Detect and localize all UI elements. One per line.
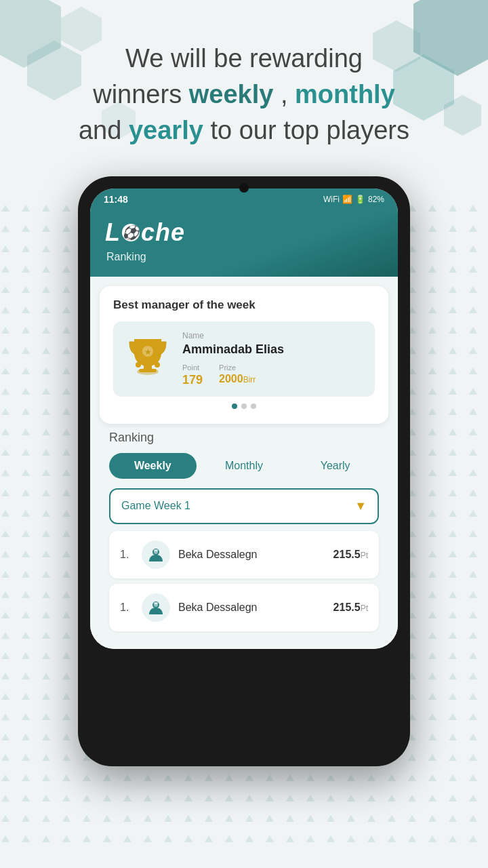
camera-notch: [239, 183, 249, 193]
logo-ball: [122, 224, 140, 241]
winner-name-label: Name: [182, 331, 364, 340]
status-time: 11:48: [104, 194, 128, 205]
battery-percent: 82%: [368, 195, 384, 204]
point-stat: Point 179: [182, 363, 203, 387]
tab-weekly[interactable]: Weekly: [109, 453, 197, 479]
prize-value: 2000Birr: [219, 373, 256, 385]
svg-rect-11: [154, 549, 158, 551]
app-logo: Lche: [105, 218, 383, 247]
dot-2: [251, 403, 256, 409]
winner-stats: Point 179 Prize 2000Birr: [182, 363, 364, 387]
svg-point-7: [136, 362, 141, 368]
svg-point-8: [155, 362, 160, 368]
winner-name: Amminadab Elias: [182, 342, 364, 357]
svg-rect-4: [139, 369, 157, 372]
header-monthly: monthly: [295, 80, 395, 108]
prize-label: Prize: [219, 363, 256, 372]
player-name-2: Beka Dessalegn: [178, 601, 325, 614]
player-points-1: 215.5Pt: [333, 549, 368, 561]
player-avatar-1: [142, 540, 170, 569]
header-line1: We will be rewarding: [125, 44, 363, 73]
header-suffix: to our top players: [203, 116, 409, 144]
logo-rest: che: [141, 218, 185, 246]
dot-1: [241, 403, 247, 409]
winner-info: Name Amminadab Elias Point 179 Prize: [182, 331, 364, 387]
main-card-area: Best manager of the week ★: [90, 277, 398, 649]
rank-number-2: 1.: [120, 601, 134, 614]
dropdown-label: Game Week 1: [121, 500, 190, 512]
wifi-icon: WiFi: [323, 195, 340, 204]
ranking-item-1: 1. Beka Dessalegn 215.5Pt: [109, 531, 379, 578]
app-header: Lche Ranking: [90, 209, 398, 277]
game-week-dropdown[interactable]: Game Week 1 ▼: [109, 488, 379, 524]
best-manager-card: Best manager of the week ★: [100, 286, 388, 424]
ranking-item-2: 1. Beka Dessalegn 215.5Pt: [109, 584, 379, 631]
player-points-2: 215.5Pt: [333, 601, 368, 614]
player-name-1: Beka Dessalegn: [178, 549, 325, 561]
ranking-section: Ranking Weekly Monthly Yearly Game Week …: [100, 424, 388, 639]
header-line2-prefix: winners: [93, 80, 189, 108]
header-text: We will be rewarding winners weekly , mo…: [38, 0, 450, 170]
ranking-section-title: Ranking: [109, 431, 379, 445]
ranking-tabs: Weekly Monthly Yearly: [109, 453, 379, 479]
player-avatar-2: [142, 593, 170, 622]
trophy-icon: ★: [124, 331, 171, 387]
prize-stat: Prize 2000Birr: [219, 363, 256, 387]
point-value: 179: [182, 373, 203, 387]
status-icons: WiFi 📶 🔋 82%: [323, 195, 384, 204]
rank-number-1: 1.: [120, 549, 134, 561]
page-content: We will be rewarding winners weekly , mo…: [0, 0, 488, 780]
dropdown-arrow-icon: ▼: [354, 499, 367, 513]
signal-icon: 📶: [342, 195, 352, 204]
header-mid: ,: [273, 80, 295, 108]
battery-icon: 🔋: [355, 195, 365, 204]
tab-monthly[interactable]: Monthly: [201, 453, 288, 479]
header-weekly: weekly: [189, 80, 274, 108]
logo-l: L: [105, 218, 121, 246]
slide-dots: [113, 403, 375, 409]
phone-screen: 11:48 WiFi 📶 🔋 82% Lche Ranking: [90, 189, 398, 649]
header-yearly: yearly: [129, 116, 203, 144]
point-label: Point: [182, 363, 203, 372]
svg-rect-14: [154, 602, 158, 604]
svg-text:★: ★: [144, 347, 152, 357]
tab-yearly[interactable]: Yearly: [291, 453, 379, 479]
best-manager-title: Best manager of the week: [113, 298, 375, 312]
winner-box: ★ Name Amminadab Elias Point: [113, 321, 375, 397]
app-subtitle: Ranking: [106, 251, 383, 263]
header-and: and: [79, 116, 129, 144]
phone-mockup: 11:48 WiFi 📶 🔋 82% Lche Ranking: [78, 176, 410, 766]
dot-active: [232, 403, 237, 409]
